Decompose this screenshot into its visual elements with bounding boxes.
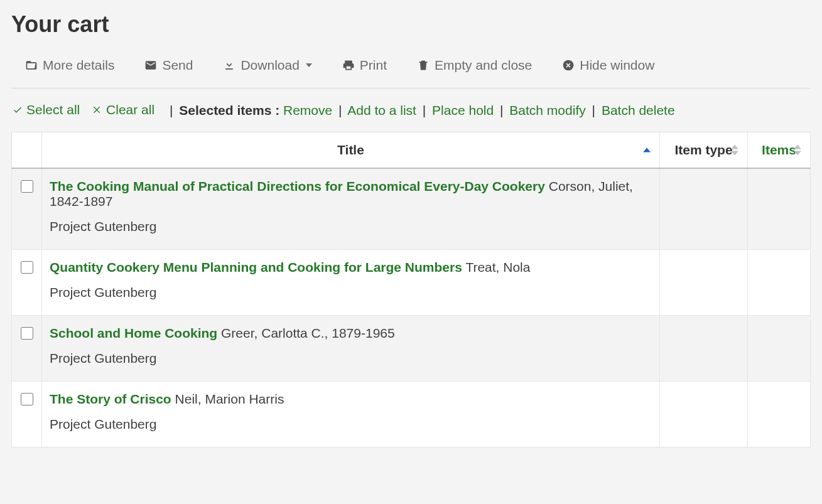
clear-all-button[interactable]: Clear all [92, 102, 154, 117]
table-header-row: Title Item type Items [12, 132, 811, 169]
caret-down-icon [306, 63, 312, 67]
remove-button[interactable]: Remove [283, 103, 332, 117]
column-title[interactable]: Title [42, 132, 660, 169]
row-checkbox-cell [12, 316, 42, 382]
item-author: Greer, Carlotta C., 1879-1965 [221, 326, 395, 340]
row-item-type [660, 168, 748, 250]
row-item-type [660, 316, 748, 382]
selected-items-label: Selected items : [179, 103, 279, 117]
sort-indicator [643, 148, 651, 153]
print-label: Print [360, 58, 387, 73]
row-title-cell: School and Home Cooking Greer, Carlotta … [42, 316, 660, 382]
row-items [748, 382, 811, 448]
check-icon [13, 105, 23, 115]
row-checkbox-cell [12, 382, 42, 448]
item-publisher: Project Gutenberg [50, 417, 652, 432]
table-row: School and Home Cooking Greer, Carlotta … [12, 316, 811, 382]
column-checkbox [12, 132, 42, 169]
empty-close-label: Empty and close [435, 58, 532, 73]
item-title-link[interactable]: School and Home Cooking [50, 326, 217, 340]
row-items [748, 316, 811, 382]
sort-indicator [731, 145, 738, 156]
row-checkbox[interactable] [21, 327, 33, 340]
more-details-button[interactable]: More details [25, 58, 114, 73]
item-title-link[interactable]: The Cooking Manual of Practical Directio… [50, 179, 545, 193]
envelope-icon [144, 59, 157, 72]
toolbar: More details Send Download Print Empty a… [11, 53, 811, 88]
hide-window-label: Hide window [580, 58, 654, 73]
row-items [748, 168, 811, 250]
separator: | [497, 103, 506, 117]
row-title-cell: The Story of Crisco Neil, Marion HarrisP… [42, 382, 660, 448]
item-author: Treat, Nola [465, 260, 530, 274]
sort-desc-icon [731, 151, 738, 156]
cart-table: Title Item type Items The Cook [11, 132, 811, 448]
sort-indicator [794, 145, 801, 156]
batch-delete-button[interactable]: Batch delete [602, 103, 675, 117]
item-title-link[interactable]: The Story of Crisco [50, 392, 171, 406]
item-title-link[interactable]: Quantity Cookery Menu Planning and Cooki… [50, 260, 462, 274]
column-item-type[interactable]: Item type [660, 132, 748, 169]
clear-all-label: Clear all [106, 102, 154, 117]
row-checkbox[interactable] [21, 393, 33, 405]
hide-window-button[interactable]: Hide window [562, 58, 654, 73]
more-details-label: More details [43, 58, 114, 73]
selection-bar: Select all Clear all | Selected items : … [11, 88, 811, 132]
table-row: The Cooking Manual of Practical Directio… [12, 168, 811, 250]
table-row: Quantity Cookery Menu Planning and Cooki… [12, 250, 811, 316]
place-hold-button[interactable]: Place hold [432, 103, 494, 117]
select-all-label: Select all [26, 102, 80, 117]
item-publisher: Project Gutenberg [50, 285, 652, 300]
row-checkbox[interactable] [21, 261, 33, 274]
sort-asc-icon [643, 148, 651, 153]
separator: | [590, 103, 598, 117]
row-checkbox[interactable] [21, 180, 33, 193]
item-author: Neil, Marion Harris [175, 392, 284, 406]
row-title-cell: Quantity Cookery Menu Planning and Cooki… [42, 250, 660, 316]
row-item-type [660, 382, 748, 448]
sort-desc-icon [794, 151, 801, 156]
close-circle-icon [562, 59, 575, 72]
page-title: Your cart [11, 11, 811, 38]
empty-close-button[interactable]: Empty and close [417, 58, 532, 73]
column-title-label: Title [337, 142, 364, 157]
column-items[interactable]: Items [748, 132, 811, 169]
print-button[interactable]: Print [342, 58, 387, 73]
add-to-list-button[interactable]: Add to a list [347, 103, 416, 117]
folder-open-icon [25, 59, 38, 72]
send-label: Send [162, 58, 193, 73]
trash-icon [417, 59, 430, 72]
send-button[interactable]: Send [144, 58, 193, 73]
sort-asc-icon [731, 145, 738, 149]
print-icon [342, 59, 355, 72]
row-checkbox-cell [12, 250, 42, 316]
row-title-cell: The Cooking Manual of Practical Directio… [42, 168, 660, 250]
row-items [748, 250, 811, 316]
item-publisher: Project Gutenberg [50, 219, 652, 234]
download-button[interactable]: Download [223, 58, 311, 73]
separator: | [336, 103, 344, 117]
separator: | [420, 103, 428, 117]
row-checkbox-cell [12, 168, 42, 250]
row-item-type [660, 250, 748, 316]
column-items-label: Items [762, 142, 796, 157]
item-publisher: Project Gutenberg [50, 351, 652, 366]
column-item-type-label: Item type [674, 142, 732, 157]
sort-asc-icon [794, 145, 801, 149]
download-label: Download [241, 58, 299, 73]
separator: | [167, 103, 175, 117]
table-row: The Story of Crisco Neil, Marion HarrisP… [12, 382, 811, 448]
batch-modify-button[interactable]: Batch modify [509, 103, 585, 117]
select-all-button[interactable]: Select all [13, 102, 80, 117]
x-icon [92, 105, 102, 115]
download-icon [223, 59, 235, 72]
